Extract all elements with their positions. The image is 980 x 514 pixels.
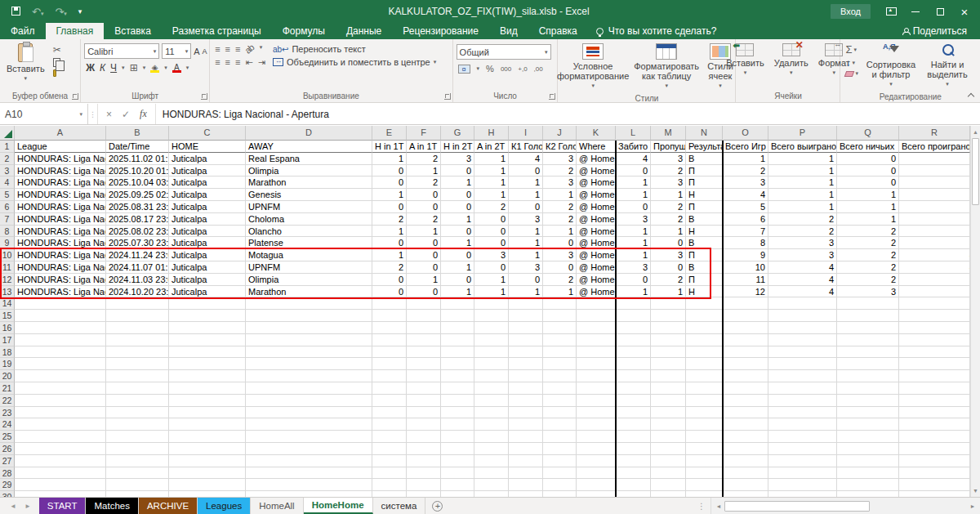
cell-K5[interactable]: @ Home xyxy=(577,189,616,201)
cell-G13[interactable]: 1 xyxy=(441,286,474,298)
cell-D7[interactable]: Choloma xyxy=(246,213,372,226)
menu-tab-Главная[interactable]: Главная xyxy=(46,23,105,39)
column-header-C[interactable]: C xyxy=(169,126,246,141)
fill-button[interactable]: ↓▾ xyxy=(844,57,860,69)
cell-I22[interactable] xyxy=(509,395,543,407)
cell-L11[interactable]: 3 xyxy=(616,261,651,274)
cell-H7[interactable]: 0 xyxy=(474,213,509,226)
cell-J27[interactable] xyxy=(543,455,577,467)
cell-F20[interactable] xyxy=(407,370,441,382)
cell-I7[interactable]: 3 xyxy=(509,213,543,226)
cell-H13[interactable]: 1 xyxy=(474,286,509,298)
cell-R11[interactable]: 4 xyxy=(899,261,970,274)
cell-I28[interactable] xyxy=(509,467,543,480)
column-header-M[interactable]: M xyxy=(651,126,686,141)
restore-icon[interactable] xyxy=(928,1,952,22)
cell-R26[interactable] xyxy=(899,443,970,455)
cell-D27[interactable] xyxy=(246,455,372,467)
cell-D20[interactable] xyxy=(246,370,372,382)
cell-N2[interactable]: В xyxy=(686,153,723,165)
cell-R8[interactable]: 3 xyxy=(899,226,970,238)
cell-G29[interactable] xyxy=(441,479,474,491)
cell-H16[interactable] xyxy=(474,322,509,334)
cell-F1[interactable]: A in 1T xyxy=(407,141,441,153)
close-icon[interactable]: × xyxy=(952,1,977,22)
cell-B28[interactable] xyxy=(106,467,169,480)
column-header-L[interactable]: L xyxy=(616,126,651,141)
cell-E2[interactable]: 1 xyxy=(372,153,407,165)
cell-M20[interactable] xyxy=(651,370,686,382)
column-header-N[interactable]: N xyxy=(686,126,723,141)
cell-C9[interactable]: Juticalpa xyxy=(169,237,246,249)
cell-C23[interactable] xyxy=(169,407,246,419)
cell-L19[interactable] xyxy=(616,358,651,370)
cell-N27[interactable] xyxy=(686,455,723,467)
cell-A2[interactable]: HONDURAS: Liga Nacional xyxy=(15,153,106,165)
cell-M8[interactable]: 1 xyxy=(651,226,686,238)
cell-A9[interactable]: HONDURAS: Liga Nacional xyxy=(15,237,106,249)
cell-B22[interactable] xyxy=(106,395,169,407)
cell-Q16[interactable] xyxy=(837,322,899,334)
cell-L23[interactable] xyxy=(616,407,651,419)
column-header-E[interactable]: E xyxy=(372,126,407,141)
cell-L13[interactable]: 1 xyxy=(616,286,651,298)
cell-K7[interactable]: @ Home xyxy=(577,213,616,226)
cell-C26[interactable] xyxy=(169,443,246,455)
cell-N7[interactable]: В xyxy=(686,213,723,226)
cell-O10[interactable]: 9 xyxy=(723,249,768,261)
scroll-up-icon[interactable]: ▲ xyxy=(971,126,980,138)
cell-I15[interactable] xyxy=(509,310,543,322)
cell-H14[interactable] xyxy=(474,297,509,310)
cell-R28[interactable] xyxy=(899,467,970,480)
cell-N26[interactable] xyxy=(686,443,723,455)
cell-J6[interactable]: 2 xyxy=(543,201,577,213)
cell-L22[interactable] xyxy=(616,395,651,407)
cell-C30[interactable] xyxy=(169,491,246,497)
cell-Q4[interactable]: 0 xyxy=(837,177,899,189)
comma-style-button[interactable]: 000 xyxy=(501,65,511,73)
cell-H12[interactable]: 1 xyxy=(474,274,509,286)
format-as-table-button[interactable]: Форматировать как таблицу▾ xyxy=(632,41,701,93)
cell-Q27[interactable] xyxy=(837,455,899,467)
cell-A14[interactable] xyxy=(15,297,106,310)
cell-O7[interactable]: 6 xyxy=(723,213,768,226)
cell-N4[interactable]: П xyxy=(686,177,723,189)
row-header-25[interactable]: 25 xyxy=(0,431,15,443)
cell-R6[interactable]: 3 xyxy=(899,201,970,213)
cell-G28[interactable] xyxy=(441,467,474,480)
cell-J7[interactable]: 2 xyxy=(543,213,577,226)
cell-P26[interactable] xyxy=(768,443,837,455)
cell-D30[interactable] xyxy=(246,491,372,497)
cell-A24[interactable] xyxy=(15,418,106,431)
cell-P8[interactable]: 2 xyxy=(768,226,837,238)
cell-A4[interactable]: HONDURAS: Liga Nacional xyxy=(15,177,106,189)
cell-D3[interactable]: Olimpia xyxy=(246,165,372,177)
cell-Q15[interactable] xyxy=(837,310,899,322)
cell-G4[interactable]: 1 xyxy=(441,177,474,189)
cell-K24[interactable] xyxy=(577,418,616,431)
cell-R2[interactable]: 0 xyxy=(899,153,970,165)
cell-H29[interactable] xyxy=(474,479,509,491)
cell-K29[interactable] xyxy=(577,479,616,491)
vertical-scroll-track[interactable] xyxy=(971,205,980,485)
cell-N18[interactable] xyxy=(686,346,723,359)
cell-F27[interactable] xyxy=(407,455,441,467)
cell-M21[interactable] xyxy=(651,382,686,395)
menu-tab-Разметка страницы[interactable]: Разметка страницы xyxy=(162,23,272,39)
cell-E3[interactable]: 0 xyxy=(372,165,407,177)
cell-R10[interactable]: 4 xyxy=(899,249,970,261)
cell-F5[interactable]: 0 xyxy=(407,189,441,201)
cell-D25[interactable] xyxy=(246,431,372,443)
sheet-tab-Leagues[interactable]: Leagues xyxy=(198,498,251,514)
cell-P5[interactable]: 1 xyxy=(768,189,837,201)
cell-F12[interactable]: 1 xyxy=(407,274,441,286)
cell-I10[interactable]: 1 xyxy=(509,249,543,261)
cell-G6[interactable]: 0 xyxy=(441,201,474,213)
cell-B16[interactable] xyxy=(106,322,169,334)
cell-H11[interactable]: 0 xyxy=(474,261,509,274)
cell-M5[interactable]: 1 xyxy=(651,189,686,201)
cell-O6[interactable]: 5 xyxy=(723,201,768,213)
cell-K16[interactable] xyxy=(577,322,616,334)
cell-C17[interactable] xyxy=(169,334,246,346)
cell-D9[interactable]: Platense xyxy=(246,237,372,249)
